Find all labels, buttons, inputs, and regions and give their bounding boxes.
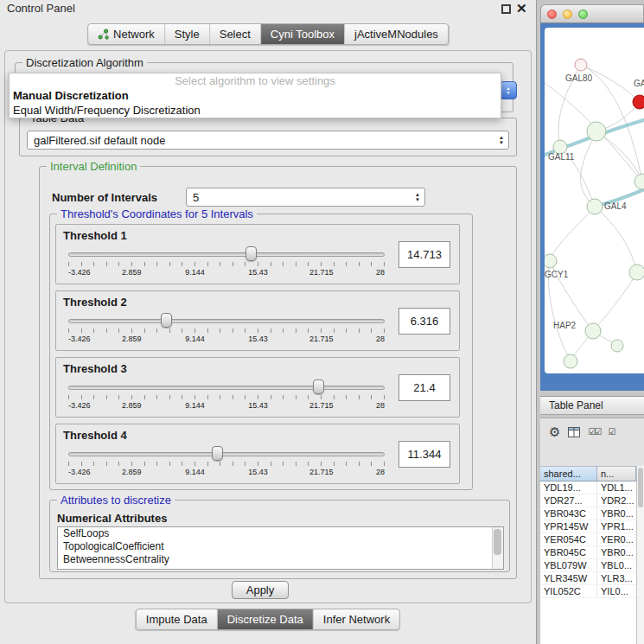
slider-thumb[interactable] — [161, 313, 172, 328]
table-cell[interactable]: YIL0... — [597, 585, 636, 597]
tab-jactivemnodules[interactable]: jActiveMNodules — [345, 24, 448, 44]
columns-icon[interactable] — [568, 427, 580, 437]
network-canvas[interactable]: GAL80 GAL11 GAL4 GCY1 HAP2 GAL — [545, 28, 644, 373]
table-data-combo[interactable]: galFiltered.sif default node ▲▼ — [27, 131, 509, 150]
scale-tick-label: -3.426 — [68, 335, 91, 343]
scrollbar-thumb[interactable] — [494, 529, 501, 555]
table-cell[interactable]: YDR2... — [597, 494, 636, 507]
table-row[interactable]: YBL079WYBL0... — [540, 559, 636, 572]
slider-thumb[interactable] — [212, 446, 223, 461]
clear-selection-icon[interactable]: ☑ — [608, 427, 615, 437]
list-item[interactable]: TopologicalCoefficient — [58, 540, 503, 553]
table-cell[interactable]: YLR345W — [540, 572, 597, 584]
tab-network[interactable]: Network — [88, 24, 165, 44]
table-cell[interactable]: YBR0... — [597, 507, 636, 520]
table-row[interactable]: YLR345WYLR3... — [540, 572, 636, 585]
float-window-icon[interactable] — [501, 4, 511, 14]
tab-select[interactable]: Select — [210, 24, 261, 44]
slider-track[interactable] — [68, 386, 385, 390]
table-cell[interactable]: YER054C — [540, 533, 597, 545]
slider-track[interactable] — [68, 252, 385, 257]
column-header-shared-name[interactable]: shared... — [540, 466, 597, 481]
number-of-intervals-combo[interactable]: 5 ▲▼ — [186, 188, 425, 207]
threshold-3-slider[interactable]: -3.426 2.859 9.144 15.43 21.715 28 — [68, 379, 385, 416]
threshold-2-slider[interactable]: -3.426 2.859 9.144 15.43 21.715 28 — [68, 313, 385, 349]
close-traffic-light[interactable] — [547, 10, 557, 19]
zoom-traffic-light[interactable] — [578, 10, 588, 19]
minimize-traffic-light[interactable] — [563, 10, 572, 19]
bottom-tabstrip: Impute Data Discretize Data Infer Networ… — [136, 609, 400, 630]
slider-track[interactable] — [68, 452, 385, 456]
network-node[interactable] — [545, 254, 557, 268]
table-cell[interactable]: YDL19... — [540, 481, 597, 494]
group-title: Threshold's Coordinates for 5 Intervals — [57, 207, 257, 220]
select-all-rows-icon[interactable]: ☑☑ — [588, 427, 600, 437]
list-item[interactable]: SelfLoops — [58, 527, 503, 540]
tab-infer-network[interactable]: Infer Network — [314, 609, 399, 629]
threshold-3-value-field[interactable]: 21.4 — [399, 374, 450, 401]
table-row[interactable]: YBR043CYBR0... — [540, 507, 636, 520]
table-cell[interactable]: YLR3... — [597, 572, 636, 584]
network-node[interactable] — [629, 265, 644, 280]
network-node-red[interactable] — [633, 95, 644, 109]
gear-icon[interactable]: ⚙ — [549, 425, 560, 438]
node-label: GAL11 — [548, 152, 575, 162]
attributes-list-scrollbar[interactable] — [492, 527, 503, 569]
table-cell[interactable]: YER0... — [597, 533, 636, 545]
tab-label: Discretize Data — [227, 613, 303, 626]
slider-track[interactable] — [68, 319, 385, 323]
table-cell[interactable]: YBL0... — [597, 559, 636, 571]
threshold-1-slider[interactable]: -3.426 2.859 9.144 15.43 21.715 28 — [68, 246, 385, 283]
table-cell[interactable]: YIL052C — [540, 585, 597, 597]
network-node[interactable] — [564, 354, 577, 368]
tab-discretize-data[interactable]: Discretize Data — [218, 609, 314, 629]
table-cell[interactable]: YBR043C — [540, 507, 597, 520]
table-row[interactable]: YDR27...YDR2... — [540, 494, 636, 507]
threshold-2-label: Threshold 2 — [63, 296, 127, 309]
threshold-4-slider[interactable]: -3.426 2.859 9.144 15.43 21.715 28 — [68, 446, 385, 482]
dropdown-option-manual-discretization[interactable]: Manual Discretization — [10, 88, 501, 103]
table-cell[interactable]: YDL1... — [597, 481, 636, 494]
tab-impute-data[interactable]: Impute Data — [137, 609, 218, 629]
network-node[interactable] — [611, 340, 623, 352]
combo-arrows-icon: ▲▼ — [499, 135, 504, 145]
table-cell[interactable]: YBR045C — [540, 546, 597, 558]
threshold-4-value-field[interactable]: 11.344 — [399, 441, 450, 468]
slider-thumb[interactable] — [245, 246, 257, 261]
slider-ruler — [68, 262, 385, 266]
table-scrollbar[interactable] — [636, 466, 644, 644]
table-cell[interactable]: YPR145W — [540, 520, 597, 532]
slider-scale: -3.426 2.859 9.144 15.43 21.715 28 — [68, 401, 385, 411]
scrollbar-thumb[interactable] — [638, 468, 643, 507]
table-cell[interactable]: YPR1... — [597, 520, 636, 532]
network-node[interactable] — [634, 174, 644, 189]
table-row[interactable]: YDL19...YDL1... — [540, 481, 636, 494]
scale-tick-label: 21.715 — [309, 268, 334, 277]
apply-button[interactable]: Apply — [232, 581, 289, 599]
table-cell[interactable]: YBR0... — [597, 546, 636, 558]
dropdown-option-equal-width-frequency[interactable]: Equal Width/Frequency Discretization — [10, 103, 501, 118]
table-row[interactable]: YBR045CYBR0... — [540, 546, 636, 559]
tab-cyni-toolbox[interactable]: Cyni Toolbox — [261, 24, 345, 44]
network-node[interactable] — [575, 59, 587, 71]
table-row[interactable]: YER054CYER0... — [540, 533, 636, 546]
network-node[interactable] — [585, 323, 601, 339]
network-node[interactable] — [587, 122, 606, 141]
network-node[interactable] — [587, 199, 603, 214]
list-item[interactable]: BetweennessCentrality — [58, 553, 503, 566]
table-cell[interactable]: YBL079W — [540, 559, 597, 571]
node-label: HAP2 — [553, 321, 577, 330]
table-row[interactable]: YPR145WYPR1... — [540, 520, 636, 533]
threshold-1-value-field[interactable]: 14.713 — [399, 241, 450, 268]
slider-thumb[interactable] — [313, 379, 324, 394]
tab-style[interactable]: Style — [165, 24, 210, 44]
threshold-1-label: Threshold 1 — [63, 229, 127, 242]
table-row[interactable]: YIL052CYIL0... — [540, 585, 636, 598]
attributes-list[interactable]: SelfLoops TopologicalCoefficient Between… — [57, 526, 504, 570]
network-window-titlebar[interactable] — [540, 4, 644, 23]
table-cell[interactable]: YDR27... — [540, 494, 597, 507]
algorithm-combo-stepper-button[interactable]: ▲ ▼ — [500, 81, 517, 99]
close-icon[interactable]: ✕ — [516, 1, 527, 16]
threshold-2-value-field[interactable]: 6.316 — [399, 308, 450, 335]
column-header-name[interactable]: n... — [597, 466, 636, 481]
